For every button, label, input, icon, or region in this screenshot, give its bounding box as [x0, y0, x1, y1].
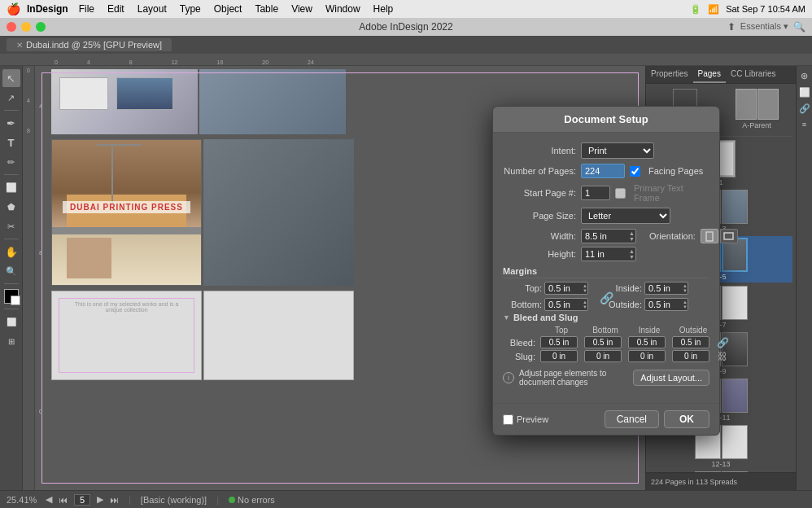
search-icon[interactable]: 🔍 [793, 21, 805, 33]
top-margin-input[interactable] [544, 282, 588, 295]
ok-button[interactable]: OK [664, 410, 709, 428]
direct-select-tool[interactable]: ↗ [2, 89, 20, 107]
height-down[interactable]: ▼ [629, 254, 635, 260]
type-tool[interactable]: T [2, 134, 20, 151]
document-tab[interactable]: ✕ Dubai.indd @ 25% [GPU Preview] [7, 38, 172, 51]
hand-tool[interactable]: ✋ [2, 243, 20, 261]
window-controls[interactable] [7, 22, 46, 32]
inside-arrows[interactable]: ▲ ▼ [683, 282, 688, 295]
titlebar-actions: ⬆ Essentials ▾ 🔍 [727, 21, 805, 33]
primary-text-frame-checkbox[interactable] [615, 188, 626, 199]
bleed-chain-icon[interactable]: 🔗 [716, 337, 729, 348]
adjust-layout-btn[interactable]: Adjust Layout... [633, 370, 709, 386]
bleed-slug-header[interactable]: ▼ Bleed and Slug [503, 313, 709, 322]
tab-cc-libraries[interactable]: CC Libraries [726, 66, 781, 83]
a-parent-master[interactable]: A-Parent [723, 89, 791, 129]
landscape-btn[interactable] [720, 229, 738, 243]
titlebar: Adobe InDesign 2022 ⬆ Essentials ▾ 🔍 [0, 18, 812, 36]
zoom-level: 25.41% [7, 495, 39, 505]
frame-grid-btn[interactable]: ⊞ [2, 332, 20, 350]
slug-bottom-input[interactable] [584, 350, 622, 362]
bottom-margin-input[interactable] [544, 298, 588, 311]
width-down[interactable]: ▼ [629, 236, 635, 242]
essentials-label[interactable]: Essentials ▾ [740, 21, 788, 33]
fill-stroke-widget[interactable] [4, 289, 19, 304]
bleed-outside-input[interactable] [672, 336, 709, 348]
menu-file[interactable]: File [73, 2, 100, 16]
bottom-label: Bottom: [503, 300, 542, 309]
menu-view[interactable]: View [286, 2, 318, 16]
first-page-btn[interactable]: ⏮ [59, 495, 68, 505]
v-ruler-1: 4 [27, 98, 30, 103]
num-pages-input[interactable] [581, 164, 625, 178]
preview-checkbox[interactable] [503, 414, 513, 425]
height-up[interactable]: ▲ [629, 248, 635, 254]
width-stepper: ▲ ▼ [581, 229, 636, 243]
apple-menu-icon[interactable]: 🍎 [7, 2, 20, 15]
menu-type[interactable]: Type [174, 2, 207, 16]
bleed-bottom-input[interactable] [584, 336, 622, 348]
outside-arrows[interactable]: ▲ ▼ [683, 298, 688, 311]
height-arrows[interactable]: ▲ ▼ [629, 247, 635, 261]
pencil-tool[interactable]: ✏ [2, 153, 20, 171]
slug-inside-input[interactable] [628, 350, 666, 362]
page-number-input[interactable] [74, 494, 90, 506]
menu-object[interactable]: Object [208, 2, 248, 16]
page-size-select[interactable]: Letter A4 [581, 208, 670, 224]
height-input[interactable] [581, 247, 636, 261]
share-icon[interactable]: ⬆ [727, 21, 736, 33]
document-setup-dialog: Document Setup Intent: Print Web Mobile … [492, 106, 720, 436]
top-arrows[interactable]: ▲ ▼ [583, 282, 587, 295]
adjust-row: i Adjust page elements to document chang… [503, 369, 709, 387]
prev-page-btn[interactable]: ◀ [46, 494, 52, 505]
layers-icon[interactable]: ⊛ [798, 69, 811, 82]
bleed-inside-input[interactable] [628, 336, 666, 348]
document-tab-close[interactable]: ✕ [16, 41, 23, 50]
slug-outside-input[interactable] [672, 350, 709, 362]
layout-style-dropdown[interactable]: [Basic (working)] [141, 495, 207, 505]
width-arrows[interactable]: ▲ ▼ [629, 229, 635, 243]
minimize-button[interactable] [21, 22, 31, 32]
ruler-mark: 12 [152, 59, 198, 65]
start-page-input[interactable] [581, 186, 610, 200]
intent-select[interactable]: Print Web Mobile [581, 142, 654, 159]
slug-top-input[interactable] [540, 350, 578, 362]
page-size-label: Page Size: [503, 211, 576, 221]
menu-window[interactable]: Window [320, 2, 366, 16]
page-marker-0: 0 [39, 408, 42, 415]
slug-chain-icon[interactable]: ⛓ [716, 351, 729, 362]
next-page-btn[interactable]: ▶ [97, 494, 103, 505]
inside-margin-input[interactable] [644, 282, 688, 295]
chain-icon[interactable]: 🔗 [600, 291, 613, 304]
zoom-tool[interactable]: 🔍 [2, 262, 20, 280]
last-page-btn[interactable]: ⏭ [110, 495, 119, 505]
menu-help[interactable]: Help [368, 2, 399, 16]
select-tool[interactable]: ↖ [2, 69, 20, 87]
menu-layout[interactable]: Layout [132, 2, 172, 16]
close-button[interactable] [7, 22, 16, 32]
menu-table[interactable]: Table [249, 2, 284, 16]
scissors-tool[interactable]: ✂ [2, 217, 20, 235]
pages-icon[interactable]: ⬜ [798, 85, 811, 99]
frame-tool[interactable]: ⬟ [2, 198, 20, 216]
links-icon[interactable]: 🔗 [798, 102, 811, 115]
document-tab-label: Dubai.indd @ 25% [GPU Preview] [26, 40, 162, 50]
tab-properties[interactable]: Properties [646, 66, 693, 83]
normal-mode-btn[interactable]: ⬜ [2, 313, 20, 331]
bleed-top-input[interactable] [540, 336, 578, 348]
bleed-headers: Top Bottom Inside Outside [503, 326, 709, 335]
outside-margin-input[interactable] [644, 298, 688, 311]
bottom-arrows[interactable]: ▲ ▼ [583, 298, 587, 311]
facing-pages-checkbox[interactable] [630, 166, 640, 177]
tab-pages[interactable]: Pages [693, 66, 726, 83]
width-up[interactable]: ▲ [629, 230, 635, 236]
hamburger-icon[interactable]: ≡ [798, 118, 811, 131]
menu-edit[interactable]: Edit [102, 2, 130, 16]
app-name[interactable]: InDesign [27, 3, 68, 15]
portrait-btn[interactable] [701, 229, 718, 243]
cancel-button[interactable]: Cancel [605, 410, 659, 428]
rectangle-tool[interactable]: ⬜ [2, 178, 20, 196]
width-input[interactable] [581, 229, 636, 243]
pen-tool[interactable]: ✒ [2, 114, 20, 132]
maximize-button[interactable] [36, 22, 46, 32]
